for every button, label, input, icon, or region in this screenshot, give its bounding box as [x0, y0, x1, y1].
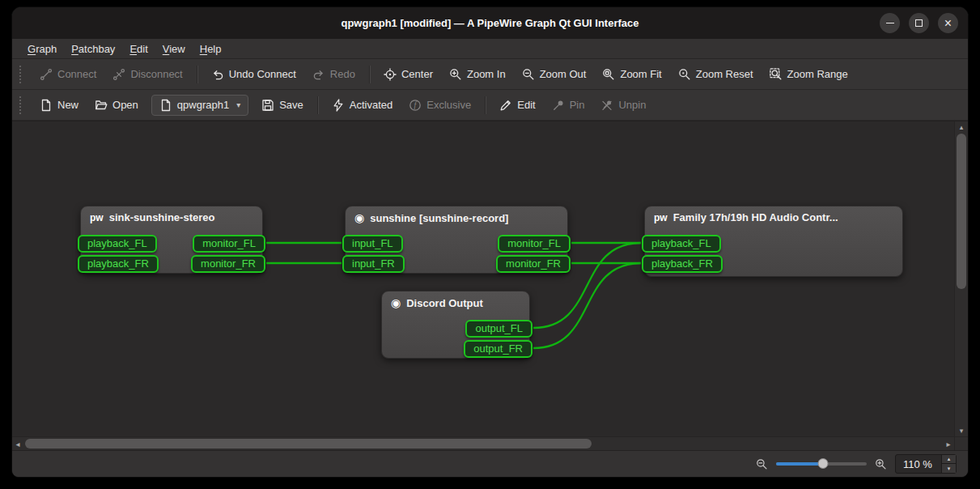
input-port[interactable]: playback_FR	[642, 255, 723, 273]
minimize-button[interactable]	[880, 13, 900, 33]
pencil-icon	[499, 99, 512, 112]
status-bar: 110 % ▴ ▾	[12, 450, 968, 477]
chevron-down-icon: ▾	[236, 100, 240, 109]
node-title: Discord Output	[406, 297, 483, 309]
zoom-spin-down-button[interactable]: ▾	[942, 464, 956, 473]
disconnect-button[interactable]: Disconnect	[105, 63, 189, 86]
zoom-out-mini-icon[interactable]	[756, 458, 768, 470]
connect-button[interactable]: Connect	[32, 63, 104, 86]
output-port[interactable]: output_FR	[464, 340, 532, 358]
zoom-slider[interactable]	[776, 457, 867, 470]
input-port[interactable]: input_FR	[342, 255, 405, 273]
canvas-row: pwsink-sunshine-stereoplayback_FLplaybac…	[12, 121, 968, 436]
toolbar-drag-handle[interactable]	[19, 96, 25, 114]
activated-label: Activated	[350, 99, 392, 111]
horizontal-scrollbar[interactable]: ◂ ▸	[12, 437, 954, 450]
media-node-icon: ◉	[391, 296, 401, 309]
zoom-reset-label: Zoom Reset	[696, 68, 753, 80]
media-node-icon: ◉	[354, 211, 364, 224]
center-icon	[384, 68, 397, 81]
vertical-scrollbar-thumb[interactable]	[957, 134, 966, 289]
unpin-label: Unpin	[618, 99, 646, 111]
window-controls: ×	[880, 7, 958, 39]
new-button[interactable]: New	[32, 94, 86, 117]
title-bar[interactable]: qpwgraph1 [modified] — A PipeWire Graph …	[12, 7, 968, 39]
node-title-bar[interactable]: ◉Discord Output	[382, 291, 529, 309]
zoom-in-button[interactable]: Zoom In	[442, 63, 513, 86]
zoom-in-mini-icon[interactable]	[875, 458, 887, 470]
menu-edit[interactable]: Edit	[122, 41, 155, 57]
undo-connect-button[interactable]: Undo Connect	[204, 63, 303, 86]
output-port[interactable]: monitor_FL	[193, 235, 265, 253]
zoom-out-button[interactable]: Zoom Out	[515, 63, 594, 86]
output-port[interactable]: monitor_FL	[498, 235, 571, 253]
zoom-spin-up-button[interactable]: ▴	[942, 455, 956, 464]
node-title-bar[interactable]: pwsink-sunshine-stereo	[81, 206, 262, 223]
undo-connect-label: Undo Connect	[229, 68, 296, 80]
scroll-left-icon[interactable]: ◂	[12, 437, 23, 450]
scroll-right-icon[interactable]: ▸	[943, 437, 954, 450]
node-title: sunshine [sunshine-record]	[370, 212, 508, 224]
menu-patchbay[interactable]: Patchbay	[64, 41, 122, 57]
input-port[interactable]: playback_FL	[78, 235, 157, 253]
zoom-spinbox[interactable]: 110 % ▴ ▾	[895, 454, 957, 474]
menu-graph[interactable]: Graph	[20, 41, 64, 57]
center-label: Center	[401, 68, 433, 80]
horizontal-scrollbar-thumb[interactable]	[25, 439, 592, 449]
exclusive-button[interactable]: f Exclusive	[401, 94, 478, 117]
graph-canvas[interactable]: pwsink-sunshine-stereoplayback_FLplaybac…	[12, 121, 954, 436]
patchbay-selector[interactable]: qpwgraph1 ▾	[151, 95, 248, 116]
save-button[interactable]: Save	[254, 94, 311, 117]
graph-node[interactable]: ◉Discord Outputoutput_FLoutput_FR	[381, 291, 530, 359]
maximize-button[interactable]	[909, 13, 929, 33]
graph-node[interactable]: pwsink-sunshine-stereoplayback_FLplaybac…	[80, 206, 263, 274]
output-port[interactable]: monitor_FR	[191, 255, 265, 273]
vertical-scrollbar[interactable]: ▴ ▾	[954, 121, 968, 436]
minimize-icon	[886, 23, 894, 24]
input-port[interactable]: playback_FR	[78, 255, 159, 273]
exclusive-label: Exclusive	[426, 99, 471, 111]
toolbar-drag-handle[interactable]	[19, 66, 25, 83]
unpin-button[interactable]: Unpin	[593, 94, 653, 117]
zoom-fit-button[interactable]: Zoom Fit	[595, 63, 668, 86]
pin-button[interactable]: Pin	[545, 94, 592, 117]
zoom-range-label: Zoom Range	[787, 68, 848, 80]
close-button[interactable]: ×	[938, 13, 958, 33]
redo-button[interactable]: Redo	[305, 63, 363, 86]
scroll-down-icon[interactable]: ▾	[955, 426, 968, 436]
activated-button[interactable]: Activated	[325, 94, 400, 117]
toolbar-separator	[317, 96, 318, 114]
menu-help[interactable]: Help	[193, 41, 229, 57]
zoom-range-icon	[770, 68, 783, 81]
scroll-up-icon[interactable]: ▴	[955, 122, 968, 132]
node-title-bar[interactable]: ◉sunshine [sunshine-record]	[346, 206, 567, 224]
open-button[interactable]: Open	[87, 94, 146, 117]
toolbar-separator	[197, 66, 197, 83]
toolbar-separator	[485, 96, 486, 114]
graph-node[interactable]: pwFamily 17h/19h HD Audio Contr...playba…	[644, 206, 903, 277]
lightning-icon	[332, 99, 345, 112]
maximize-icon	[915, 19, 923, 27]
new-file-icon	[40, 99, 53, 112]
menu-view[interactable]: View	[155, 41, 193, 57]
edit-button[interactable]: Edit	[492, 94, 542, 117]
save-label: Save	[279, 99, 303, 111]
input-port[interactable]: playback_FL	[642, 235, 721, 253]
connection-wire[interactable]	[533, 263, 641, 348]
node-title-bar[interactable]: pwFamily 17h/19h HD Audio Contr...	[645, 206, 902, 223]
patchbay-file-icon	[159, 99, 172, 112]
graph-node[interactable]: ◉sunshine [sunshine-record]input_FLinput…	[345, 206, 568, 274]
disconnect-label: Disconnect	[130, 68, 182, 80]
output-port[interactable]: output_FL	[465, 320, 532, 338]
zoom-range-button[interactable]: Zoom Range	[762, 63, 855, 86]
center-button[interactable]: Center	[376, 63, 440, 86]
zoom-slider-handle[interactable]	[818, 458, 829, 469]
patchbay-selector-value: qpwgraph1	[177, 99, 229, 111]
zoom-reset-button[interactable]: Zoom Reset	[671, 63, 761, 86]
input-port[interactable]: input_FL	[342, 235, 403, 253]
zoom-value: 110 %	[903, 458, 935, 470]
toolbar-separator	[369, 66, 370, 83]
output-port[interactable]: monitor_FR	[496, 255, 571, 273]
window-title: qpwgraph1 [modified] — A PipeWire Graph …	[341, 17, 638, 29]
connect-label: Connect	[57, 68, 96, 80]
